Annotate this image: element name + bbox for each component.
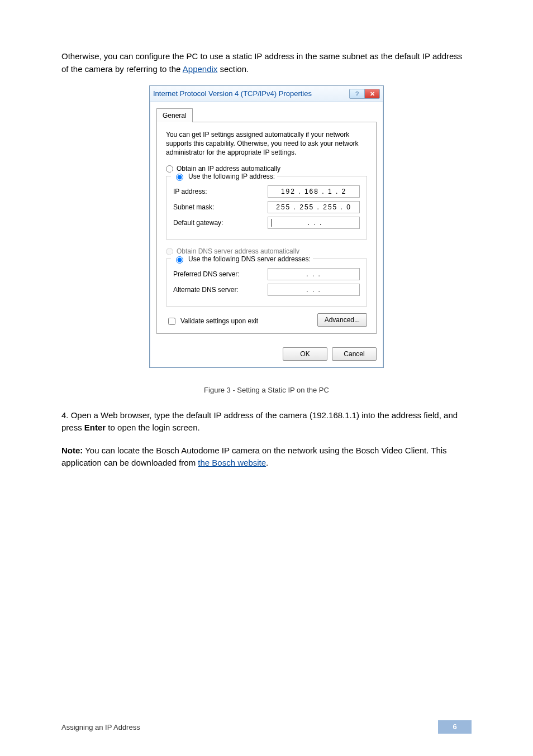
- ip-address-value: 192 . 168 . 1 . 2: [272, 186, 356, 197]
- group-use-ip: Use the following IP address: IP address…: [166, 176, 367, 240]
- bosch-website-link[interactable]: the Bosch website: [198, 458, 266, 467]
- validate-checkbox[interactable]: [168, 318, 175, 325]
- step-after: to open the login screen.: [106, 423, 199, 432]
- help-button[interactable]: ?: [349, 89, 365, 99]
- radio-use-ip-label: Use the following IP address:: [188, 171, 275, 181]
- step-number: 4.: [61, 410, 71, 420]
- radio-use-dns-input[interactable]: [176, 256, 183, 264]
- dialog-titlebar: Internet Protocol Version 4 (TCP/IPv4) P…: [150, 86, 383, 102]
- para1-before: Otherwise, you can configure the PC to u…: [61, 51, 462, 74]
- alternate-dns-input[interactable]: . . .: [268, 284, 360, 296]
- para1-after: section.: [217, 64, 249, 74]
- alternate-dns-value: . . .: [272, 285, 356, 295]
- dialog-description: You can get IP settings assigned automat…: [166, 130, 367, 157]
- radio-use-ip-input[interactable]: [176, 174, 183, 181]
- alternate-dns-label: Alternate DNS server:: [173, 285, 268, 295]
- paragraph-static-ip: Otherwise, you can configure the PC to u…: [61, 50, 472, 75]
- note-label: Note:: [61, 446, 83, 455]
- subnet-mask-value: 255 . 255 . 255 . 0: [272, 202, 356, 212]
- ok-button[interactable]: OK: [283, 347, 327, 361]
- subnet-mask-label: Subnet mask:: [173, 202, 268, 212]
- preferred-dns-label: Preferred DNS server:: [173, 269, 268, 279]
- footer-title: Assigning an IP Address: [61, 723, 140, 731]
- ip-address-label: IP address:: [173, 186, 268, 197]
- default-gateway-input[interactable]: . . .: [268, 217, 360, 229]
- radio-use-dns-label: Use the following DNS server addresses:: [188, 254, 311, 264]
- validate-label: Validate settings upon exit: [180, 316, 258, 326]
- note-after: .: [266, 458, 268, 467]
- default-gateway-value: . . .: [274, 218, 356, 228]
- page-number: 6: [438, 720, 472, 734]
- validate-row[interactable]: Validate settings upon exit: [166, 316, 258, 327]
- subnet-mask-input[interactable]: 255 . 255 . 255 . 0: [268, 201, 360, 213]
- preferred-dns-input[interactable]: . . .: [268, 268, 360, 280]
- enter-key: Enter: [84, 423, 106, 432]
- ipv4-properties-dialog: Internet Protocol Version 4 (TCP/IPv4) P…: [149, 85, 384, 368]
- appendix-link[interactable]: Appendix: [183, 64, 218, 74]
- preferred-dns-value: . . .: [272, 269, 356, 279]
- note-paragraph: Note: You can locate the Bosch Autodome …: [61, 444, 472, 470]
- ip-address-input[interactable]: 192 . 168 . 1 . 2: [268, 185, 360, 198]
- group-use-dns: Use the following DNS server addresses: …: [166, 259, 367, 307]
- advanced-button[interactable]: Advanced...: [317, 313, 367, 327]
- page-footer: Assigning an IP Address 6: [0, 720, 533, 734]
- figure-caption: Figure 3 - Setting a Static IP on the PC: [61, 385, 472, 396]
- step-4-paragraph: 4. Open a Web browser, type the default …: [61, 409, 472, 434]
- tab-panel-general: You can get IP settings assigned automat…: [156, 122, 377, 334]
- tab-general[interactable]: General: [156, 108, 193, 122]
- dialog-title: Internet Protocol Version 4 (TCP/IPv4) P…: [153, 88, 312, 99]
- default-gateway-label: Default gateway:: [173, 218, 268, 228]
- cancel-button[interactable]: Cancel: [332, 347, 377, 361]
- close-button[interactable]: ✕: [364, 89, 380, 99]
